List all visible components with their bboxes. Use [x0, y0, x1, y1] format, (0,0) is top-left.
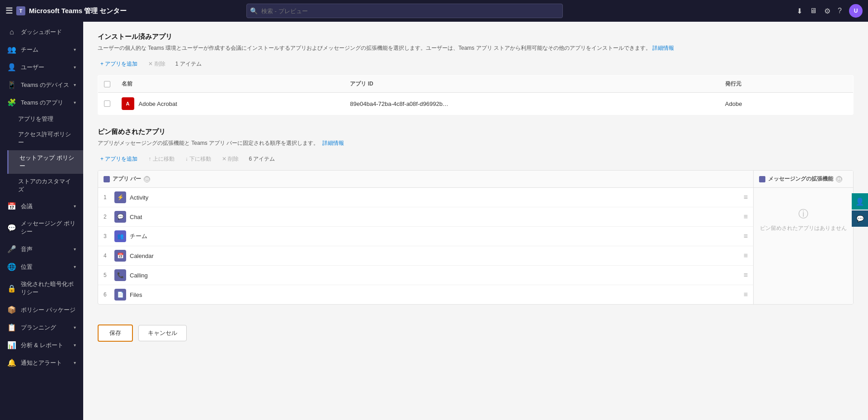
pinned-right-header: メッセージングの拡張機能 ⓘ	[754, 171, 853, 188]
sidebar-item-analytics[interactable]: 📊 分析 & レポート ▾	[0, 336, 83, 354]
col-appid: アプリ ID	[344, 76, 720, 93]
empty-message: ピン留めされたアプリはありません	[760, 224, 847, 232]
sidebar-item-teams[interactable]: 👥 チーム ▾	[0, 41, 83, 58]
drag-handle-4[interactable]: ≡	[744, 252, 748, 260]
select-all-checkbox[interactable]	[104, 81, 110, 87]
chat-label: Chat	[130, 214, 142, 220]
chevron-down-icon: ▾	[74, 247, 76, 252]
sidebar-sub-apps: アプリを管理 アクセス許可ポリシー セットアップ ポリシー ストアのカスタマイズ	[0, 111, 83, 197]
sidebar-item-setup-policy[interactable]: セットアップ ポリシー	[7, 150, 83, 174]
download-icon[interactable]: ⬇	[797, 7, 802, 15]
pinned-apps-detail-link[interactable]: 詳細情報	[322, 140, 344, 146]
sidebar-item-label: プランニング	[21, 324, 69, 332]
sidebar-item-label: セットアップ ポリシー	[19, 154, 76, 170]
app-bar-label: アプリ バー	[113, 175, 141, 183]
empty-messaging-ext: ⓘ ピン留めされたアプリはありません	[754, 188, 853, 251]
drag-handle-1[interactable]: ≡	[744, 193, 748, 201]
sidebar-item-access-policy[interactable]: アクセス許可ポリシー	[7, 127, 83, 150]
col-name: 名前	[116, 76, 345, 93]
files-label: Files	[130, 291, 142, 298]
calling-app-icon: 📞	[114, 269, 126, 281]
search-input[interactable]	[246, 4, 563, 18]
sidebar-item-location[interactable]: 🌐 位置 ▾	[0, 258, 83, 276]
chevron-down-icon: ▾	[74, 360, 76, 365]
sidebar-item-label: 強化された暗号化ポリシー	[21, 280, 76, 296]
avatar[interactable]: U	[849, 4, 863, 18]
settings-icon[interactable]: ⚙	[824, 7, 830, 15]
pinned-apps-desc: アプリがメッセージングの拡張機能と Teams アプリ バーに固定される順序を選…	[98, 139, 854, 147]
installed-apps-table: 名前 アプリ ID 発行元 A Adobe	[98, 75, 854, 115]
pinned-app-bar-section: アプリ バー ⓘ 1 ⚡ Activity ≡ 2	[98, 171, 754, 304]
installed-apps-detail-link[interactable]: 詳細情報	[652, 45, 674, 51]
sidebar-item-teams-apps[interactable]: 🧩 Teams のアプリ ▾	[0, 94, 83, 111]
sidebar-item-teams-devices[interactable]: 📱 Teams のデバイス ▾	[0, 76, 83, 94]
row-actions	[815, 93, 853, 115]
right-panel-chat-button[interactable]: 💬	[852, 210, 868, 227]
planning-icon: 📋	[7, 323, 16, 332]
apps-icon: 🧩	[7, 98, 16, 107]
drag-handle-2[interactable]: ≡	[744, 213, 748, 221]
drag-handle-6[interactable]: ≡	[744, 291, 748, 299]
help-icon[interactable]: ?	[838, 7, 842, 15]
app-id-cell: 89e04ba4-72ba-4c8f-a08f-d96992b…	[344, 93, 720, 115]
chevron-down-icon: ▾	[74, 204, 76, 209]
sidebar-item-label: 音声	[21, 245, 69, 253]
search-bar: 🔍	[246, 4, 563, 18]
installed-apps-section: インストール済みアプリ ユーザーの個人的な Teams 環境とユーザーが作成する…	[98, 33, 854, 115]
sidebar-item-voice[interactable]: 🎤 音声 ▾	[0, 240, 83, 258]
hamburger-icon[interactable]: ☰	[5, 6, 13, 16]
drag-handle-5[interactable]: ≡	[744, 271, 748, 279]
select-all-pinned-checkbox[interactable]	[104, 176, 110, 182]
calendar-app-icon: 📅	[114, 250, 126, 262]
pinned-apps-title: ピン留めされたアプリ	[98, 128, 854, 136]
sidebar-item-label: チーム	[21, 46, 69, 54]
item-count: 1 アイテム	[175, 60, 202, 68]
right-panel-person-button[interactable]: 👤	[852, 193, 868, 210]
app-name-cell: A Adobe Acrobat	[116, 93, 345, 115]
encryption-icon: 🔒	[7, 284, 16, 293]
sidebar-item-manage-apps[interactable]: アプリを管理	[7, 111, 83, 127]
sidebar-item-users[interactable]: 👤 ユーザー ▾	[0, 58, 83, 76]
users-icon: 👤	[7, 63, 16, 72]
sidebar-item-encryption[interactable]: 🔒 強化された暗号化ポリシー	[0, 276, 83, 301]
voice-icon: 🎤	[7, 245, 16, 253]
messaging-ext-label: メッセージングの拡張機能	[768, 175, 833, 183]
teams-logo-icon: T	[16, 6, 25, 15]
sidebar-item-planning[interactable]: 📋 プランニング ▾	[0, 319, 83, 336]
sidebar-item-label: Teams のアプリ	[21, 99, 69, 107]
teams-label: チーム	[130, 232, 147, 240]
row-num-3: 3	[104, 233, 114, 239]
sidebar-item-label: 会議	[21, 202, 69, 210]
delete-button[interactable]: ✕ 削除	[146, 58, 168, 70]
pinned-move-up-button[interactable]: ↑ 上に移動	[146, 153, 177, 165]
cancel-button[interactable]: キャンセル	[138, 325, 187, 341]
notifications-icon: 🔔	[7, 358, 16, 367]
sidebar-item-store-customize[interactable]: ストアのカスタマイズ	[7, 174, 83, 197]
sidebar-item-label: 位置	[21, 263, 69, 271]
sidebar-item-dashboard[interactable]: ⌂ ダッシュボード	[0, 24, 83, 41]
col-publisher: 発行元	[720, 76, 816, 93]
chat-app-icon: 💬	[114, 211, 126, 223]
pinned-delete-button[interactable]: ✕ 削除	[219, 153, 241, 165]
sidebar-item-policy-packages[interactable]: 📦 ポリシー パッケージ	[0, 301, 83, 319]
drag-handle-3[interactable]: ≡	[744, 232, 748, 240]
pinned-left-header: アプリ バー ⓘ	[98, 171, 753, 188]
sidebar-item-messaging[interactable]: 💬 メッセージング ポリシー	[0, 215, 83, 240]
sidebar-item-notifications[interactable]: 🔔 通知とアラート ▾	[0, 354, 83, 372]
row-check-cell	[98, 93, 116, 115]
app-bar-info-icon: ⓘ	[144, 176, 150, 182]
save-button[interactable]: 保存	[98, 325, 133, 342]
sidebar-item-label: Teams のデバイス	[21, 81, 69, 89]
meetings-icon: 📅	[7, 202, 16, 210]
pinned-move-down-button[interactable]: ↓ 下に移動	[183, 153, 214, 165]
add-app-button[interactable]: + アプリを追加	[98, 58, 140, 70]
pinned-row-4: 4 📅 Calendar ≡	[98, 246, 753, 266]
screen-icon[interactable]: 🖥	[810, 7, 817, 15]
row-checkbox[interactable]	[104, 100, 110, 107]
select-all-msg-checkbox[interactable]	[759, 176, 765, 182]
search-icon: 🔍	[250, 7, 258, 14]
sidebar-item-meetings[interactable]: 📅 会議 ▾	[0, 197, 83, 215]
messaging-icon: 💬	[7, 224, 16, 232]
dashboard-icon: ⌂	[7, 28, 16, 36]
pinned-add-app-button[interactable]: + アプリを追加	[98, 153, 140, 165]
